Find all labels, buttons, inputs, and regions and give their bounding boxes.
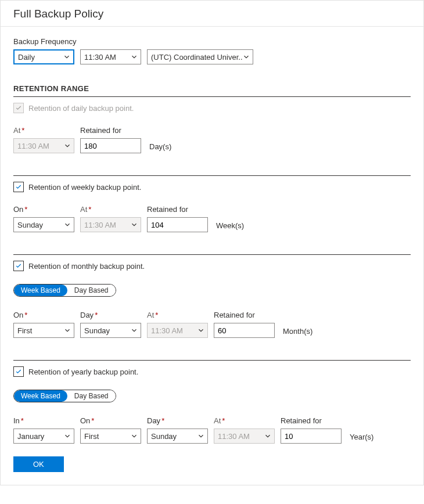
chevron-down-icon: [130, 221, 138, 229]
yearly-day-value: Sunday: [151, 432, 177, 441]
yearly-at-select: 11:30 AM: [214, 429, 275, 444]
chevron-down-icon: [63, 326, 71, 334]
chevron-down-icon: [197, 432, 205, 440]
chevron-down-icon: [130, 53, 138, 61]
yearly-in-select[interactable]: January: [13, 429, 74, 444]
retention-title: RETENTION RANGE: [13, 84, 411, 93]
yearly-unit: Year(s): [350, 433, 373, 441]
chevron-down-icon: [264, 432, 272, 440]
daily-retention-label: Retention of daily backup point.: [28, 104, 134, 113]
yearly-day-select[interactable]: Sunday: [147, 429, 208, 444]
frequency-timezone-value: (UTC) Coordinated Univer...: [151, 53, 242, 62]
yearly-on-label: On*: [80, 416, 141, 425]
monthly-day-value: Sunday: [84, 326, 110, 335]
monthly-on-label: On*: [13, 311, 74, 319]
daily-unit: Day(s): [149, 142, 171, 151]
chevron-down-icon: [63, 432, 71, 440]
page-title: Full Backup Policy: [13, 8, 411, 20]
monthly-on-select[interactable]: First: [13, 323, 74, 338]
yearly-basis-toggle[interactable]: Week Based Day Based: [13, 390, 116, 402]
weekly-on-label: On*: [13, 205, 74, 214]
monthly-at-label: At*: [147, 311, 208, 319]
monthly-day-based-option[interactable]: Day Based: [67, 285, 116, 296]
yearly-on-select[interactable]: First: [80, 429, 141, 444]
yearly-day-label: Day*: [147, 416, 208, 425]
page-header: Full Backup Policy: [1, 1, 423, 27]
weekly-retention-label: Retention of weekly backup point.: [28, 183, 141, 192]
weekly-at-value: 11:30 AM: [84, 221, 116, 229]
weekly-on-select[interactable]: Sunday: [13, 217, 74, 232]
yearly-retained-label: Retained for: [281, 416, 342, 425]
monthly-week-based-option[interactable]: Week Based: [14, 285, 67, 296]
weekly-at-select: 11:30 AM: [80, 217, 141, 232]
weekly-unit: Week(s): [216, 221, 244, 230]
chevron-down-icon: [197, 326, 205, 334]
weekly-retained-label: Retained for: [147, 205, 208, 214]
daily-at-select: 11:30 AM: [13, 138, 74, 153]
monthly-on-value: First: [17, 326, 32, 335]
frequency-schedule-value: Daily: [18, 53, 35, 62]
chevron-down-icon: [63, 142, 71, 150]
yearly-retained-input-wrap[interactable]: [281, 429, 342, 444]
daily-retained-input[interactable]: [84, 139, 137, 153]
monthly-day-label: Day*: [80, 311, 141, 319]
chevron-down-icon: [130, 432, 138, 440]
chevron-down-icon: [63, 221, 71, 229]
frequency-label: Backup Frequency: [13, 37, 411, 46]
divider: [13, 175, 411, 176]
monthly-day-select[interactable]: Sunday: [80, 323, 141, 338]
yearly-day-based-option[interactable]: Day Based: [67, 390, 116, 402]
weekly-retained-input-wrap[interactable]: [147, 217, 208, 232]
yearly-retained-input[interactable]: [285, 429, 337, 443]
monthly-retained-input[interactable]: [218, 323, 271, 337]
chevron-down-icon: [242, 53, 250, 61]
monthly-retention-label: Retention of monthly backup point.: [28, 262, 145, 271]
frequency-time-select[interactable]: 11:30 AM: [80, 49, 141, 64]
weekly-on-value: Sunday: [17, 221, 43, 229]
daily-retained-label: Retained for: [80, 126, 141, 135]
yearly-in-label: In*: [13, 416, 74, 425]
monthly-retained-label: Retained for: [214, 311, 275, 319]
monthly-basis-toggle[interactable]: Week Based Day Based: [13, 284, 116, 297]
daily-at-label: At*: [13, 126, 74, 135]
divider: [13, 96, 411, 97]
yearly-retention-checkbox[interactable]: [13, 366, 24, 377]
divider: [13, 360, 411, 361]
monthly-at-select: 11:30 AM: [147, 323, 208, 338]
frequency-time-value: 11:30 AM: [84, 53, 116, 62]
ok-button[interactable]: OK: [13, 456, 64, 472]
monthly-retained-input-wrap[interactable]: [214, 323, 275, 338]
monthly-at-value: 11:30 AM: [151, 326, 183, 335]
daily-at-value: 11:30 AM: [17, 142, 49, 150]
chevron-down-icon: [130, 326, 138, 334]
yearly-at-value: 11:30 AM: [218, 432, 250, 441]
yearly-on-value: First: [84, 432, 99, 441]
frequency-timezone-select[interactable]: (UTC) Coordinated Univer...: [147, 49, 253, 64]
weekly-at-label: At*: [80, 205, 141, 214]
daily-retained-input-wrap[interactable]: [80, 138, 141, 153]
yearly-retention-label: Retention of yearly backup point.: [28, 368, 138, 376]
weekly-retention-checkbox[interactable]: [13, 182, 24, 192]
daily-retention-checkbox: [13, 103, 24, 113]
chevron-down-icon: [63, 53, 71, 61]
divider: [13, 254, 411, 255]
yearly-week-based-option[interactable]: Week Based: [14, 390, 67, 402]
frequency-schedule-select[interactable]: Daily: [13, 49, 74, 64]
monthly-unit: Month(s): [283, 327, 312, 336]
weekly-retained-input[interactable]: [151, 218, 204, 232]
yearly-at-label: At*: [214, 416, 275, 425]
yearly-in-value: January: [17, 432, 44, 441]
monthly-retention-checkbox[interactable]: [13, 261, 24, 271]
